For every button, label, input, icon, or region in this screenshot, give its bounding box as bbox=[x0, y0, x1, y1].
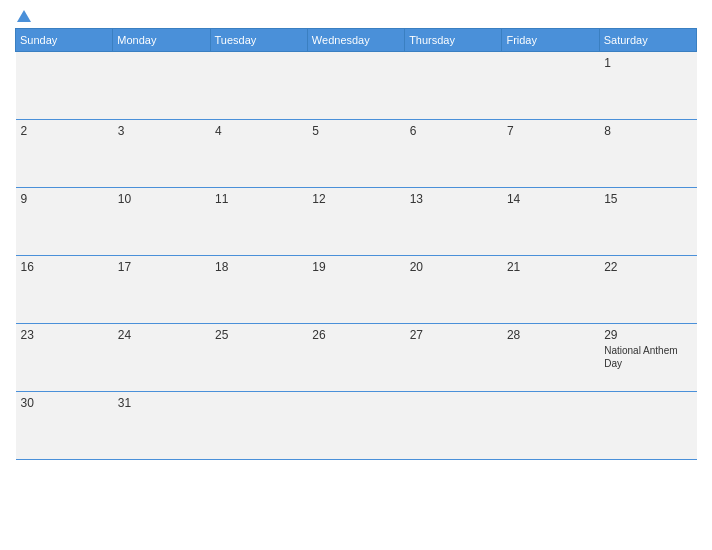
calendar-cell: 19 bbox=[307, 256, 404, 324]
day-number: 27 bbox=[410, 328, 497, 342]
day-number: 14 bbox=[507, 192, 594, 206]
calendar-week-row: 23242526272829National Anthem Day bbox=[16, 324, 697, 392]
weekday-header-thursday: Thursday bbox=[405, 29, 502, 52]
logo-triangle-icon bbox=[17, 10, 31, 22]
calendar-cell bbox=[307, 392, 404, 460]
day-number: 31 bbox=[118, 396, 205, 410]
calendar-cell: 2 bbox=[16, 120, 113, 188]
calendar-cell: 31 bbox=[113, 392, 210, 460]
weekday-header-wednesday: Wednesday bbox=[307, 29, 404, 52]
day-number: 13 bbox=[410, 192, 497, 206]
calendar-cell: 8 bbox=[599, 120, 696, 188]
day-number: 25 bbox=[215, 328, 302, 342]
calendar-cell: 18 bbox=[210, 256, 307, 324]
weekday-header-saturday: Saturday bbox=[599, 29, 696, 52]
day-number: 7 bbox=[507, 124, 594, 138]
calendar-cell: 3 bbox=[113, 120, 210, 188]
calendar-cell bbox=[405, 392, 502, 460]
day-number: 22 bbox=[604, 260, 691, 274]
calendar-cell bbox=[210, 392, 307, 460]
calendar-cell: 17 bbox=[113, 256, 210, 324]
day-number: 29 bbox=[604, 328, 691, 342]
calendar-cell: 29National Anthem Day bbox=[599, 324, 696, 392]
calendar-cell: 6 bbox=[405, 120, 502, 188]
calendar-cell: 22 bbox=[599, 256, 696, 324]
day-number: 6 bbox=[410, 124, 497, 138]
day-number: 26 bbox=[312, 328, 399, 342]
day-number: 28 bbox=[507, 328, 594, 342]
calendar-cell: 26 bbox=[307, 324, 404, 392]
calendar-cell bbox=[113, 52, 210, 120]
day-number: 5 bbox=[312, 124, 399, 138]
day-number: 12 bbox=[312, 192, 399, 206]
calendar-cell: 27 bbox=[405, 324, 502, 392]
calendar-cell: 20 bbox=[405, 256, 502, 324]
calendar-cell: 25 bbox=[210, 324, 307, 392]
calendar-cell bbox=[210, 52, 307, 120]
event-label: National Anthem Day bbox=[604, 345, 677, 369]
day-number: 9 bbox=[21, 192, 108, 206]
day-number: 19 bbox=[312, 260, 399, 274]
calendar-header bbox=[15, 10, 697, 20]
weekday-header-tuesday: Tuesday bbox=[210, 29, 307, 52]
day-number: 17 bbox=[118, 260, 205, 274]
calendar-cell: 13 bbox=[405, 188, 502, 256]
calendar-week-row: 9101112131415 bbox=[16, 188, 697, 256]
calendar-cell: 9 bbox=[16, 188, 113, 256]
calendar-cell: 10 bbox=[113, 188, 210, 256]
calendar-cell: 21 bbox=[502, 256, 599, 324]
calendar-cell: 30 bbox=[16, 392, 113, 460]
calendar-cell: 14 bbox=[502, 188, 599, 256]
day-number: 18 bbox=[215, 260, 302, 274]
calendar-table: SundayMondayTuesdayWednesdayThursdayFrid… bbox=[15, 28, 697, 460]
calendar-cell bbox=[405, 52, 502, 120]
calendar-cell: 23 bbox=[16, 324, 113, 392]
day-number: 15 bbox=[604, 192, 691, 206]
weekday-header-sunday: Sunday bbox=[16, 29, 113, 52]
calendar-cell: 5 bbox=[307, 120, 404, 188]
calendar-cell bbox=[502, 392, 599, 460]
day-number: 16 bbox=[21, 260, 108, 274]
calendar-cell: 12 bbox=[307, 188, 404, 256]
calendar-cell: 7 bbox=[502, 120, 599, 188]
calendar-cell bbox=[502, 52, 599, 120]
day-number: 2 bbox=[21, 124, 108, 138]
day-number: 21 bbox=[507, 260, 594, 274]
calendar-cell: 4 bbox=[210, 120, 307, 188]
calendar-week-row: 3031 bbox=[16, 392, 697, 460]
day-number: 11 bbox=[215, 192, 302, 206]
calendar-cell: 16 bbox=[16, 256, 113, 324]
weekday-header-monday: Monday bbox=[113, 29, 210, 52]
calendar-week-row: 1 bbox=[16, 52, 697, 120]
calendar-cell: 28 bbox=[502, 324, 599, 392]
calendar-cell bbox=[599, 392, 696, 460]
calendar-week-row: 2345678 bbox=[16, 120, 697, 188]
calendar-cell: 24 bbox=[113, 324, 210, 392]
calendar-cell: 15 bbox=[599, 188, 696, 256]
logo bbox=[15, 10, 33, 20]
calendar-cell bbox=[16, 52, 113, 120]
calendar-cell: 11 bbox=[210, 188, 307, 256]
day-number: 3 bbox=[118, 124, 205, 138]
day-number: 4 bbox=[215, 124, 302, 138]
day-number: 1 bbox=[604, 56, 691, 70]
day-number: 24 bbox=[118, 328, 205, 342]
calendar-week-row: 16171819202122 bbox=[16, 256, 697, 324]
calendar-container: SundayMondayTuesdayWednesdayThursdayFrid… bbox=[0, 0, 712, 550]
weekday-header-row: SundayMondayTuesdayWednesdayThursdayFrid… bbox=[16, 29, 697, 52]
day-number: 30 bbox=[21, 396, 108, 410]
day-number: 23 bbox=[21, 328, 108, 342]
calendar-cell bbox=[307, 52, 404, 120]
day-number: 10 bbox=[118, 192, 205, 206]
day-number: 8 bbox=[604, 124, 691, 138]
calendar-cell: 1 bbox=[599, 52, 696, 120]
weekday-header-friday: Friday bbox=[502, 29, 599, 52]
day-number: 20 bbox=[410, 260, 497, 274]
